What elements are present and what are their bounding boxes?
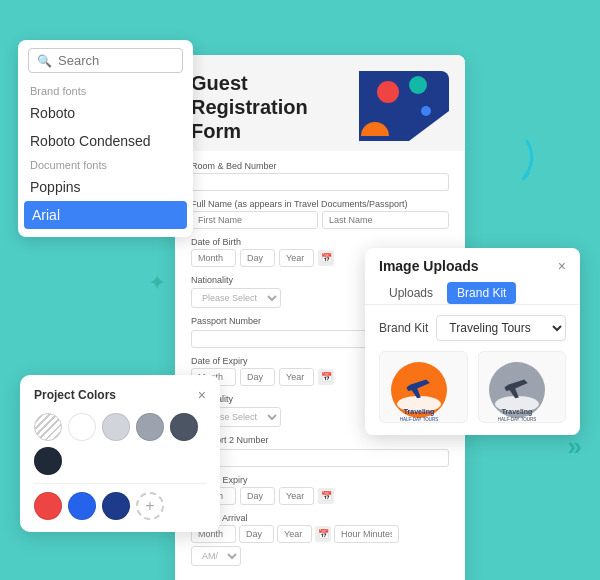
font-picker-panel: 🔍 Brand fonts Roboto Roboto Condensed Do… [18,40,193,237]
image-uploads-close-button[interactable]: × [558,259,566,273]
room-bed-input[interactable] [191,173,449,191]
red-circle-shape [377,81,399,103]
brand-fonts-label: Brand fonts [18,81,193,99]
tab-brand-kit[interactable]: Brand Kit [447,282,516,304]
passport2-field: Passport 2 Number [191,435,449,467]
exp2-year[interactable] [279,487,314,505]
swatch-black[interactable] [34,447,62,475]
color-swatches-row2: + [34,492,206,520]
exp-year[interactable] [279,368,314,386]
brand-kit-row: Brand Kit Traveling Tours [379,315,566,341]
swatch-light-gray[interactable] [102,413,130,441]
full-name-field: Full Name (as appears in Travel Document… [191,199,449,229]
exp-calendar-icon[interactable]: 📅 [318,369,334,385]
dob-month[interactable] [191,249,236,267]
white-tri-shape [409,111,449,141]
room-bed-label: Room & Bed Number [191,161,449,171]
logo-card-1[interactable]: Traveling HALF-DAY TOURS [379,351,468,423]
logo-card-2[interactable]: Traveling HALF-DAY TOURS [478,351,567,423]
add-color-button[interactable]: + [136,492,164,520]
arr-year[interactable] [277,525,312,543]
full-name-label: Full Name (as appears in Travel Document… [191,199,449,209]
passport2-label: Passport 2 Number [191,435,449,445]
image-uploads-tabs: Uploads Brand Kit [365,274,580,305]
logo-image-1: Traveling HALF-DAY TOURS [380,352,467,422]
swatch-red[interactable] [34,492,62,520]
project-colors-title: Project Colors [34,388,116,402]
swatch-stripe[interactable] [34,413,62,441]
room-bed-field: Room & Bed Number [191,161,449,191]
passport2-input[interactable] [191,449,449,467]
svg-text:HALF-DAY TOURS: HALF-DAY TOURS [399,417,438,422]
colors-divider [34,483,206,484]
expiry2-label: Date of Expiry [191,475,449,485]
reg-header-art [349,71,449,141]
exp2-calendar-icon[interactable]: 📅 [318,488,334,504]
project-colors-header: Project Colors × [34,387,206,403]
font-item-roboto[interactable]: Roboto [18,99,193,127]
arr-hour[interactable] [334,525,399,543]
swatch-dark-gray[interactable] [170,413,198,441]
brand-kit-label: Brand Kit [379,321,428,335]
arr-day[interactable] [239,525,274,543]
exp-day[interactable] [240,368,275,386]
font-search-input[interactable] [58,53,174,68]
teal-circle-shape [409,76,427,94]
arrow-decoration [482,130,542,190]
arr-calendar-icon[interactable]: 📅 [315,526,331,542]
dob-calendar-icon[interactable]: 📅 [318,250,334,266]
image-uploads-content: Brand Kit Traveling Tours [365,305,580,423]
arrival-field: Date of Arrival 📅 AM/PM [191,513,449,566]
chevron-decoration: » [568,431,578,462]
swatch-blue[interactable] [68,492,96,520]
font-item-poppins[interactable]: Poppins [18,173,193,201]
expiry2-field: Date of Expiry 📅 [191,475,449,505]
logo-image-2: Traveling HALF-DAY TOURS [479,352,566,422]
image-uploads-panel: Image Uploads × Uploads Brand Kit Brand … [365,248,580,435]
arrival-label: Date of Arrival [191,513,449,523]
project-colors-close-button[interactable]: × [198,387,206,403]
swatch-gray[interactable] [136,413,164,441]
font-item-roboto-condensed[interactable]: Roboto Condensed [18,127,193,155]
exp2-day[interactable] [240,487,275,505]
dob-day[interactable] [240,249,275,267]
dob-label: Date of Birth [191,237,449,247]
project-colors-panel: Project Colors × + [20,375,220,532]
brand-kit-select[interactable]: Traveling Tours [436,315,566,341]
logo-grid: Traveling HALF-DAY TOURS [379,351,566,423]
image-uploads-title: Image Uploads [379,258,479,274]
svg-text:HALF-DAY TOURS: HALF-DAY TOURS [498,417,537,422]
tab-uploads[interactable]: Uploads [379,282,443,304]
arr-ampm[interactable]: AM/PM [191,546,241,566]
svg-text:Traveling: Traveling [403,408,434,416]
font-search-box[interactable]: 🔍 [28,48,183,73]
reg-form-header: Guest Registration Form [175,55,465,151]
swatch-navy[interactable] [102,492,130,520]
star-decoration: ✦ [148,270,166,296]
color-swatches-row1 [34,413,206,475]
document-fonts-label: Document fonts [18,155,193,173]
image-uploads-header: Image Uploads × [365,248,580,274]
dob-year[interactable] [279,249,314,267]
nationality-select[interactable]: Please Select [191,288,281,308]
swatch-white[interactable] [68,413,96,441]
first-name-input[interactable] [191,211,318,229]
reg-form-title: Guest Registration Form [191,71,308,143]
font-item-arial[interactable]: Arial [24,201,187,229]
svg-text:Traveling: Traveling [502,408,533,416]
last-name-input[interactable] [322,211,449,229]
search-icon: 🔍 [37,54,52,68]
